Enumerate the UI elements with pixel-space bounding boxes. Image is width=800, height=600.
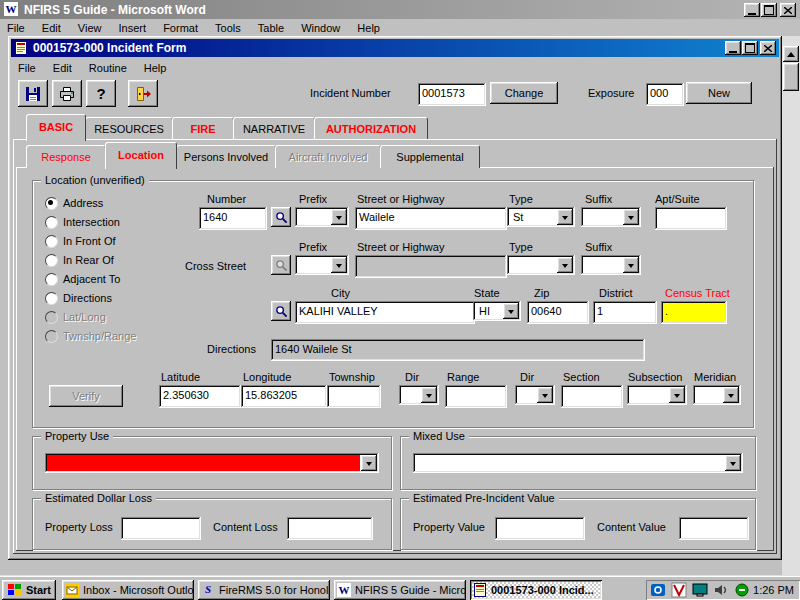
dropdown-arrow-icon[interactable] <box>331 257 347 273</box>
tray-antivirus-icon[interactable] <box>671 582 687 598</box>
property-use-combo[interactable] <box>45 453 379 473</box>
latitude-field[interactable]: 2.350630 <box>159 385 241 408</box>
save-button[interactable] <box>18 80 48 107</box>
mixed-use-combo[interactable] <box>413 453 743 473</box>
radio-directions[interactable] <box>45 292 58 305</box>
subsection-combo[interactable] <box>627 385 687 405</box>
radio-lat-long[interactable] <box>45 311 58 324</box>
cross-type-combo[interactable] <box>507 255 575 275</box>
cross-suffix-combo[interactable] <box>581 255 641 275</box>
dropdown-arrow-icon[interactable] <box>723 387 739 403</box>
dropdown-arrow-icon[interactable] <box>623 257 639 273</box>
state-combo[interactable]: HI <box>473 301 521 321</box>
exit-button[interactable] <box>128 80 158 107</box>
taskbar-task-incident-form[interactable]: 0001573-000 Incid... <box>470 580 602 600</box>
content-value-field[interactable] <box>679 517 749 540</box>
word-restore-button[interactable] <box>761 3 777 17</box>
meridian-combo[interactable] <box>693 385 741 405</box>
taskbar-task-firerms[interactable]: S FireRMS 5.0 for Honol... <box>198 580 330 600</box>
word-close-button[interactable] <box>780 3 796 17</box>
city-lookup-button[interactable] <box>271 301 291 321</box>
street-field[interactable]: Wailele <box>355 207 507 230</box>
type-combo[interactable]: St <box>507 207 575 227</box>
tray-network-icon[interactable] <box>650 582 666 598</box>
tab-persons-involved[interactable]: Persons Involved <box>176 145 276 168</box>
tab-resources[interactable]: RESOURCES <box>85 117 173 140</box>
street-lookup-button[interactable] <box>271 207 291 227</box>
word-menu-tools[interactable]: Tools <box>208 19 248 36</box>
prefix-combo[interactable] <box>295 207 349 227</box>
suffix-combo[interactable] <box>581 207 641 227</box>
word-minimize-button[interactable] <box>744 3 760 17</box>
start-button[interactable]: Start <box>2 580 56 600</box>
menu-edit[interactable]: Edit <box>46 59 79 76</box>
menu-routine[interactable]: Routine <box>82 59 134 76</box>
scroll-thumb[interactable] <box>783 63 799 91</box>
dropdown-arrow-icon[interactable] <box>725 455 741 471</box>
cross-prefix-combo[interactable] <box>295 255 349 275</box>
dropdown-arrow-icon[interactable] <box>331 209 347 225</box>
tray-display-icon[interactable] <box>692 582 708 598</box>
census-tract-field[interactable]: . <box>661 301 727 324</box>
content-loss-field[interactable] <box>287 517 373 540</box>
word-menu-insert[interactable]: Insert <box>112 19 154 36</box>
print-button[interactable] <box>52 80 82 107</box>
word-menu-table[interactable]: Table <box>251 19 291 36</box>
city-field[interactable]: KALIHI VALLEY <box>295 301 475 324</box>
dropdown-arrow-icon[interactable] <box>503 303 519 319</box>
word-menu-edit[interactable]: Edit <box>35 19 68 36</box>
radio-twnshp-range[interactable] <box>45 330 58 343</box>
tray-app-icon[interactable] <box>734 582 750 598</box>
radio-in-front-of[interactable] <box>45 235 58 248</box>
tab-aircraft-involved[interactable]: Aircraft Involved <box>275 145 381 168</box>
word-menu-view[interactable]: View <box>71 19 109 36</box>
taskbar-task-word[interactable]: W NFIRS 5 Guide - Micro... <box>334 580 466 600</box>
tab-basic[interactable]: BASIC <box>26 114 86 141</box>
dropdown-arrow-icon[interactable] <box>421 387 437 403</box>
verify-button[interactable]: Verify <box>49 385 123 407</box>
form-minimize-button[interactable] <box>725 41 741 55</box>
dropdown-arrow-icon[interactable] <box>537 387 553 403</box>
form-maximize-button[interactable] <box>742 41 758 55</box>
taskbar-task-outlook[interactable]: Inbox - Microsoft Outlook <box>62 580 194 600</box>
word-menu-file[interactable]: File <box>0 19 32 36</box>
word-menu-format[interactable]: Format <box>156 19 205 36</box>
word-menu-window[interactable]: Window <box>294 19 347 36</box>
menu-help[interactable]: Help <box>137 59 174 76</box>
radio-address[interactable] <box>45 197 58 210</box>
dropdown-arrow-icon[interactable] <box>557 257 573 273</box>
dropdown-arrow-icon[interactable] <box>557 209 573 225</box>
dropdown-arrow-icon[interactable] <box>623 209 639 225</box>
scroll-up-button[interactable] <box>783 46 799 62</box>
word-menu-help[interactable]: Help <box>350 19 387 36</box>
section-field[interactable] <box>561 385 623 408</box>
longitude-field[interactable]: 15.863205 <box>241 385 327 408</box>
clock[interactable]: 1:26 PM <box>753 584 794 596</box>
incident-number-field[interactable]: 0001573 <box>418 83 486 106</box>
tab-authorization[interactable]: AUTHORIZATION <box>314 117 428 140</box>
apt-suite-field[interactable] <box>655 207 727 230</box>
property-value-field[interactable] <box>495 517 585 540</box>
word-vscrollbar[interactable] <box>782 36 800 576</box>
cross-street-lookup-button[interactable] <box>271 255 291 275</box>
tab-narrative[interactable]: NARRATIVE <box>233 117 315 140</box>
tray-volume-icon[interactable] <box>713 582 729 598</box>
tab-response[interactable]: Response <box>26 145 106 168</box>
dir1-combo[interactable] <box>399 385 439 405</box>
dropdown-arrow-icon[interactable] <box>361 455 377 471</box>
radio-adjacent-to[interactable] <box>45 273 58 286</box>
zip-field[interactable]: 00640 <box>527 301 589 324</box>
menu-file[interactable]: File <box>11 59 43 76</box>
form-close-button[interactable] <box>760 41 776 55</box>
tab-fire[interactable]: FIRE <box>172 117 234 140</box>
range-field[interactable] <box>445 385 507 408</box>
change-button[interactable]: Change <box>490 82 558 104</box>
township-field[interactable] <box>327 385 381 408</box>
help-button[interactable]: ? <box>86 80 116 107</box>
dir2-combo[interactable] <box>515 385 555 405</box>
exposure-field[interactable]: 000 <box>646 83 684 106</box>
radio-in-rear-of[interactable] <box>45 254 58 267</box>
number-field[interactable]: 1640 <box>199 207 267 230</box>
property-loss-field[interactable] <box>121 517 201 540</box>
radio-intersection[interactable] <box>45 216 58 229</box>
